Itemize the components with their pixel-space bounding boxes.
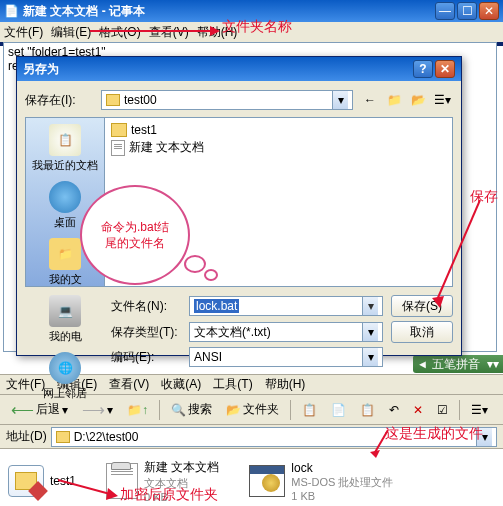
tb-paste-icon[interactable]: 📋 bbox=[355, 400, 380, 420]
folder-icon bbox=[56, 431, 70, 443]
desktop-icon bbox=[49, 181, 81, 213]
mydocs-icon: 📁 bbox=[49, 238, 81, 270]
save-in-label: 保存在(I): bbox=[25, 92, 95, 109]
sidebar-mydocs[interactable]: 📁我的文 bbox=[47, 236, 84, 289]
chevron-down-icon[interactable]: ▾ bbox=[476, 428, 492, 446]
network-icon: 🌐 bbox=[49, 352, 81, 384]
save-in-dropdown[interactable]: test00 ▾ bbox=[101, 90, 353, 110]
cancel-button[interactable]: 取消 bbox=[391, 321, 453, 343]
folder-icon bbox=[106, 94, 120, 106]
menu-format[interactable]: 格式(O) bbox=[99, 24, 140, 41]
tb-props-icon[interactable]: ☑ bbox=[432, 400, 453, 420]
new-folder-icon[interactable]: 📂 bbox=[407, 89, 429, 111]
minimize-button[interactable]: — bbox=[435, 2, 455, 20]
address-value: D:\22\test00 bbox=[74, 430, 139, 444]
notepad-window: 📄 新建 文本文档 - 记事本 — ☐ ✕ 文件(F) 编辑(E) 格式(O) … bbox=[0, 0, 503, 46]
filetype-select[interactable]: 文本文档(*.txt)▾ bbox=[189, 322, 383, 342]
batch-large-icon bbox=[249, 465, 285, 497]
folder-large-icon bbox=[8, 465, 44, 497]
sidebar-desktop[interactable]: 桌面 bbox=[47, 179, 83, 232]
chevron-down-icon[interactable]: ▾ bbox=[362, 348, 378, 366]
search-button[interactable]: 🔍搜索 bbox=[166, 398, 217, 421]
recent-docs-icon: 📋 bbox=[49, 124, 81, 156]
tb-move-icon[interactable]: 📄 bbox=[326, 400, 351, 420]
file-item-batch[interactable]: lock MS-DOS 批处理文件 1 KB bbox=[249, 461, 393, 501]
help-button[interactable]: ? bbox=[413, 60, 433, 78]
address-input[interactable]: D:\22\test00 ▾ bbox=[51, 427, 497, 447]
file-item-folder[interactable]: test1 bbox=[8, 461, 76, 501]
save-button[interactable]: 保存(S) bbox=[391, 295, 453, 317]
view-icon[interactable]: ☰▾ bbox=[431, 89, 453, 111]
tb-views-icon[interactable]: ☰▾ bbox=[466, 400, 493, 420]
save-as-dialog: 另存为 ? ✕ 保存在(I): test00 ▾ ← 📁 📂 ☰▾ 📋我最近的文… bbox=[16, 56, 462, 356]
menu-view[interactable]: 查看(V) bbox=[149, 24, 189, 41]
menu-edit[interactable]: 编辑(E) bbox=[51, 24, 91, 41]
filename-input[interactable]: lock.bat▾ bbox=[189, 296, 383, 316]
annotation-callout-bat: 命令为.bat结 尾的文件名 bbox=[80, 185, 190, 285]
folder-icon bbox=[111, 123, 127, 137]
list-item[interactable]: test1 bbox=[109, 122, 448, 138]
notepad-menubar: 文件(F) 编辑(E) 格式(O) 查看(V) 帮助(H) bbox=[0, 22, 503, 42]
saveas-title: 另存为 bbox=[23, 61, 411, 78]
explorer-file-view[interactable]: test1 新建 文本文档 文本文档 0 KB lock MS-DOS 批处理文… bbox=[0, 449, 503, 506]
close-button[interactable]: ✕ bbox=[479, 2, 499, 20]
up-button[interactable]: 📁↑ bbox=[122, 400, 153, 420]
tb-copy-icon[interactable]: 📋 bbox=[297, 400, 322, 420]
saveas-titlebar[interactable]: 另存为 ? ✕ bbox=[17, 57, 461, 81]
folders-button[interactable]: 📂文件夹 bbox=[221, 398, 284, 421]
sidebar-network[interactable]: 🌐网上邻居 bbox=[41, 350, 89, 403]
maximize-button[interactable]: ☐ bbox=[457, 2, 477, 20]
encoding-select[interactable]: ANSI▾ bbox=[189, 347, 383, 367]
dropdown-arrow-icon[interactable]: ▾ bbox=[332, 91, 348, 109]
sidebar-recent[interactable]: 📋我最近的文档 bbox=[30, 122, 100, 175]
notepad-title: 新建 文本文档 - 记事本 bbox=[23, 3, 435, 20]
address-bar: 地址(D) D:\22\test00 ▾ bbox=[0, 425, 503, 449]
notepad-titlebar[interactable]: 📄 新建 文本文档 - 记事本 — ☐ ✕ bbox=[0, 0, 503, 22]
tb-undo-icon[interactable]: ↶ bbox=[384, 400, 404, 420]
textdoc-large-icon bbox=[106, 463, 138, 499]
encoding-label: 编码(E): bbox=[111, 349, 181, 366]
menu-help[interactable]: 帮助(H) bbox=[197, 24, 238, 41]
file-item-textdoc[interactable]: 新建 文本文档 文本文档 0 KB bbox=[106, 461, 219, 501]
dialog-close-button[interactable]: ✕ bbox=[435, 60, 455, 78]
address-label: 地址(D) bbox=[6, 428, 47, 445]
sidebar-mycomputer[interactable]: 💻我的电 bbox=[47, 293, 84, 346]
chevron-down-icon[interactable]: ▾ bbox=[362, 297, 378, 315]
filename-label: 文件名(N): bbox=[111, 298, 181, 315]
back-icon[interactable]: ← bbox=[359, 89, 381, 111]
doc-icon bbox=[111, 140, 125, 156]
up-icon[interactable]: 📁 bbox=[383, 89, 405, 111]
filetype-label: 保存类型(T): bbox=[111, 324, 181, 341]
menu-file[interactable]: 文件(F) bbox=[4, 24, 43, 41]
save-in-value: test00 bbox=[124, 93, 157, 107]
notepad-icon: 📄 bbox=[4, 4, 19, 18]
ime-menu-icon[interactable]: ▾▾ bbox=[487, 357, 499, 371]
chevron-down-icon[interactable]: ▾ bbox=[362, 323, 378, 341]
tb-delete-icon[interactable]: ✕ bbox=[408, 400, 428, 420]
list-item[interactable]: 新建 文本文档 bbox=[109, 138, 448, 157]
computer-icon: 💻 bbox=[49, 295, 81, 327]
